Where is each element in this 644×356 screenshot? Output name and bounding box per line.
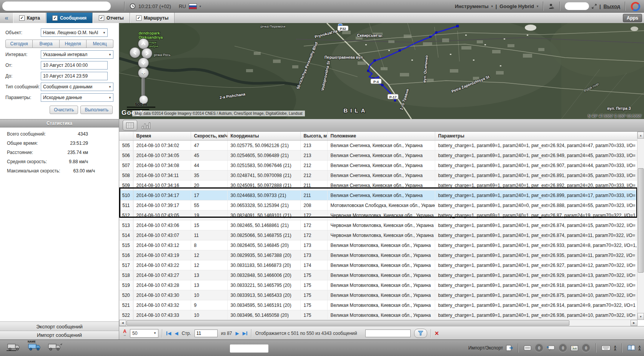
unit-trace-toggle[interactable]	[48, 342, 63, 353]
clear-filter-button[interactable]: ×	[435, 330, 439, 337]
expand-log-icon[interactable]: ∧∧	[638, 345, 641, 351]
apps-button[interactable]: Apps	[623, 14, 642, 22]
table-row[interactable]: 5152014-08-10 07:43:12830.0826405, 50.14…	[119, 240, 637, 250]
pan-up-button[interactable]	[138, 38, 149, 49]
import-export-icon[interactable]	[506, 345, 513, 351]
unit-icons-toggle[interactable]	[6, 342, 21, 353]
table-row[interactable]: 5122014-08-10 07:43:051930.0824091, 50.1…	[119, 210, 637, 220]
table-row[interactable]: 5082014-08-10 07:34:113530.0248741, 50.0…	[119, 171, 637, 180]
unit-names-toggle[interactable]: NAME	[27, 342, 42, 353]
horizontal-scroll-thumb[interactable]	[126, 320, 569, 326]
from-date-input[interactable]: 10 Август 2014 00:00	[41, 61, 108, 70]
chart-view-button[interactable]	[141, 120, 152, 130]
table-row[interactable]: 5092014-08-10 07:34:162030.0245091, 50.0…	[119, 180, 637, 190]
autofit-columns-button[interactable]: A ↔	[123, 330, 126, 337]
next-page-button[interactable]: ▶	[236, 331, 239, 336]
today-button[interactable]: Сегодня	[5, 40, 33, 48]
vertical-scrollbar[interactable]: ▲ ▼	[637, 132, 644, 320]
col-number[interactable]	[119, 132, 133, 141]
table-view-button[interactable]	[123, 120, 137, 131]
tab-routes[interactable]: ✓ Маршруты	[130, 13, 175, 23]
clear-button[interactable]: Очистить	[50, 106, 78, 114]
col-altitude[interactable]: Высота, м	[300, 132, 327, 141]
log-book-icon[interactable]	[627, 345, 635, 351]
language-label[interactable]: RU	[179, 3, 186, 9]
pan-right-button[interactable]	[141, 48, 152, 59]
table-row[interactable]: 5172014-08-10 07:43:221230.0831183, 50.1…	[119, 260, 637, 270]
notes-counter[interactable]: 0	[534, 343, 544, 353]
scroll-right-button[interactable]: ▶	[631, 320, 637, 326]
first-page-button[interactable]: ◀	[166, 331, 171, 336]
tab-reports[interactable]: ✓ Отчеты	[93, 13, 130, 23]
logout-link[interactable]: Выход	[604, 3, 620, 9]
chevron-down-icon[interactable]: ▾	[491, 5, 493, 8]
table-row[interactable]: 5112014-08-10 07:39:175530.0653328, 50.1…	[119, 200, 637, 210]
execute-button[interactable]: Выполнить	[80, 106, 113, 114]
export-messages-button[interactable]: Экспорт сообщений	[0, 321, 119, 331]
prev-page-button[interactable]: ◀	[175, 331, 178, 336]
table-row[interactable]: 5212014-08-10 07:43:32930.0834595, 50.14…	[119, 300, 637, 310]
table-row[interactable]: 5182014-08-10 07:43:271330.0832848, 50.1…	[119, 270, 637, 280]
col-coordinates[interactable]: Координаты	[227, 132, 300, 141]
checkbox-checked-icon[interactable]: ✓	[19, 15, 25, 21]
table-row[interactable]: 5062014-08-10 07:34:054530.0254605, 50.0…	[119, 151, 637, 161]
table-row[interactable]: 5142014-08-10 07:43:071130.0825066, 50.1…	[119, 230, 637, 240]
driver-messages-icon[interactable]	[547, 345, 555, 351]
pan-down-button[interactable]	[138, 58, 149, 68]
col-parameters[interactable]: Параметры	[435, 132, 637, 141]
chevron-down-icon[interactable]: ▾	[537, 5, 538, 8]
last-page-button[interactable]: ▶	[243, 331, 248, 336]
object-select[interactable]: Наем. Лещенко О.М. №АI ▼	[41, 28, 108, 37]
table-row[interactable]: 5222014-08-10 07:43:331030.083496, 50.14…	[119, 310, 637, 320]
parameters-select[interactable]: Исходные данные ▼	[41, 93, 113, 102]
filter-button[interactable]	[414, 329, 427, 338]
table-row[interactable]: 5102014-08-10 07:34:171730.0244683, 50.0…	[119, 190, 637, 200]
rows-per-page-select[interactable]: 50 ▼	[130, 329, 158, 338]
month-button[interactable]: Месяц	[87, 40, 113, 48]
notes-icon[interactable]	[524, 345, 531, 351]
zoom-in-button[interactable]: +	[138, 68, 149, 78]
scroll-left-button[interactable]: ◀	[119, 320, 126, 326]
tab-messages[interactable]: ✓ Сообщения	[46, 13, 93, 23]
table-row[interactable]: 5202014-08-10 07:43:301030.0833913, 50.1…	[119, 290, 637, 300]
messages-counter[interactable]: 0	[558, 343, 567, 353]
import-export-label[interactable]: Импорт/Экспорт	[468, 345, 503, 351]
col-location[interactable]: Положение	[327, 132, 435, 141]
media-icon[interactable]	[571, 345, 578, 351]
expand-panel-icon[interactable]: ∧∧	[614, 345, 616, 351]
col-time[interactable]: Время	[133, 132, 191, 141]
table-row[interactable]: 5132014-08-10 07:43:061530.082465, 50.14…	[119, 220, 637, 230]
vertical-scroll-thumb[interactable]	[638, 168, 644, 273]
yesterday-button[interactable]: Вчера	[33, 40, 60, 48]
chevron-down-icon[interactable]: ▾	[200, 5, 201, 8]
table-row[interactable]: 5052014-08-10 07:34:024730.025775, 50.09…	[119, 141, 637, 151]
filter-input[interactable]	[365, 330, 411, 337]
table-row[interactable]: 5162014-08-10 07:43:191230.0829935, 50.1…	[119, 250, 637, 260]
russian-flag-icon[interactable]	[189, 3, 197, 9]
message-type-select[interactable]: Сообщения с данными ▼	[41, 83, 113, 91]
collapse-sidebar-button[interactable]: «	[0, 13, 13, 23]
scroll-down-button[interactable]: ▼	[637, 313, 644, 320]
interval-select[interactable]: Указанный интервал ▼	[41, 50, 113, 59]
table-row[interactable]: 5072014-08-10 07:34:084430.0251583, 50.0…	[119, 161, 637, 171]
map-source-menu[interactable]: Google Hybrid	[499, 3, 534, 9]
to-date-input[interactable]: 10 Август 2014 23:59	[41, 72, 108, 80]
col-speed[interactable]: Скорость, км/ч	[191, 132, 227, 141]
checkbox-checked-icon[interactable]: ✓	[136, 15, 141, 21]
pan-left-button[interactable]	[130, 47, 140, 58]
horizontal-scrollbar[interactable]: ◀ ▶	[119, 320, 637, 326]
user-settings-icon[interactable]	[548, 3, 555, 10]
scroll-up-button[interactable]: ▲	[637, 132, 644, 139]
table-row[interactable]: 5192014-08-10 07:43:281330.0833221, 50.1…	[119, 280, 637, 290]
expand-icon[interactable]	[592, 4, 597, 9]
import-messages-button[interactable]: Импорт сообщений	[0, 331, 119, 340]
map-canvas[interactable]: dendroparkOleksandriyaдендропаркОлександ…	[119, 23, 644, 119]
keyboard-icon[interactable]	[601, 345, 611, 351]
media-counter[interactable]: 0	[581, 343, 591, 353]
page-number-input[interactable]	[195, 330, 218, 337]
checkbox-checked-icon[interactable]: ✓	[99, 15, 104, 21]
tab-map[interactable]: ✓ Карта	[13, 13, 46, 23]
tools-menu[interactable]: Инструменты	[455, 3, 489, 9]
checkbox-checked-icon[interactable]: ✓	[52, 15, 58, 21]
week-button[interactable]: Неделя	[60, 40, 87, 48]
